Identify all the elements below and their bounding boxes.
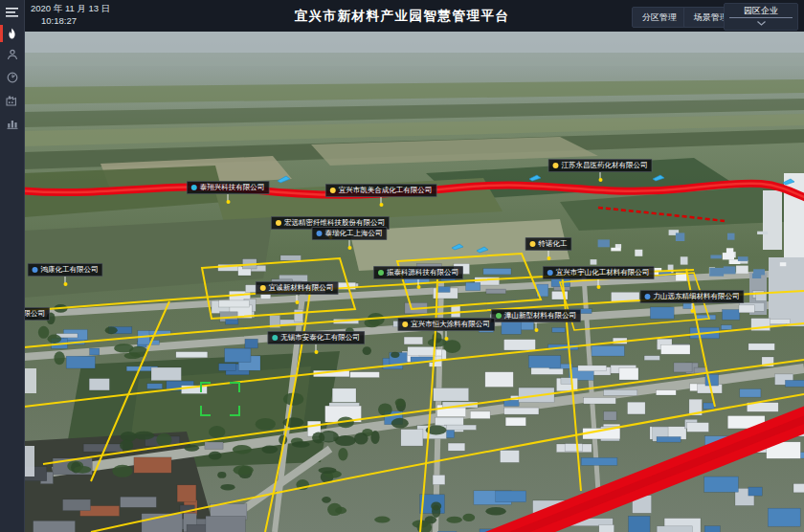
bar-chart-icon[interactable]: [0, 114, 24, 133]
current-date: 2020 年 11 月 13 日: [31, 3, 110, 14]
sidebar: [0, 0, 25, 532]
company-label[interactable]: 泰翔兴科技有限公司: [187, 181, 270, 194]
page-title: 宜兴市新材料产业园智慧管理平台: [295, 8, 510, 25]
company-marker-icon: [33, 267, 38, 273]
company-label-text: 江苏永昌医药化材有限公司: [562, 161, 648, 170]
flame-icon[interactable]: [0, 24, 24, 43]
company-label-text: 泰瑞化工上海公司: [325, 229, 383, 238]
company-label[interactable]: 振泰科源科技有限公司: [373, 266, 463, 279]
company-marker-icon: [547, 270, 553, 276]
company-label[interactable]: 潭山新型材料有限公司: [491, 309, 581, 322]
company-marker-icon: [402, 321, 408, 327]
gauge-icon-glyph: [7, 72, 18, 83]
company-label-text: 鸿康化工有限公司: [41, 265, 99, 275]
company-label[interactable]: 志成涂料科技有限公司: [24, 307, 50, 321]
current-time: 10:18:27: [31, 15, 110, 27]
company-marker-icon: [276, 220, 281, 226]
company-label-text: 振泰科源科技有限公司: [387, 268, 458, 277]
company-label-text: 泰翔兴科技有限公司: [200, 183, 265, 192]
gauge-icon[interactable]: [0, 68, 24, 87]
company-label[interactable]: 宜诚新材料有限公司: [256, 281, 339, 295]
factory-icon-glyph: [6, 95, 18, 106]
menu-icon[interactable]: [0, 3, 24, 22]
company-marker-icon: [553, 163, 559, 168]
company-label[interactable]: 宜兴市恒大涂料有限公司: [397, 318, 495, 331]
company-label-text: 无锡市安泰化工有限公司: [280, 333, 360, 343]
company-label[interactable]: 力山远东精细材料有限公司: [640, 290, 745, 303]
company-marker-icon: [272, 335, 278, 341]
company-label-text: 宜兴市宇山化工材料有限公司: [556, 268, 650, 277]
datetime-block: 2020 年 11 月 13 日 10:18:27: [31, 3, 110, 27]
top-bar: 2020 年 11 月 13 日 10:18:27 宜兴市新材料产业园智慧管理平…: [24, 0, 804, 32]
company-marker-icon: [645, 294, 651, 299]
factory-icon[interactable]: [0, 91, 24, 110]
company-label[interactable]: 宜兴市宇山化工材料有限公司: [543, 266, 655, 279]
company-marker-icon: [317, 231, 323, 236]
menu-icon-glyph: [6, 7, 19, 18]
company-marker-icon: [260, 285, 266, 291]
zone-management-button[interactable]: 分区管理: [632, 7, 687, 28]
company-label[interactable]: 江苏永昌医药化材有限公司: [548, 159, 653, 172]
person-icon[interactable]: [0, 45, 24, 64]
company-marker-icon: [378, 270, 384, 276]
company-label-text: 潭山新型材料有限公司: [504, 311, 576, 321]
company-label-text: 特诺化工: [539, 239, 568, 249]
company-label-text: 力山远东精细材料有限公司: [654, 292, 740, 301]
company-label[interactable]: 泰瑞化工上海公司: [312, 227, 388, 240]
park-enterprise-dropdown[interactable]: 园区企业: [724, 3, 798, 31]
company-label-text: 宜兴市恒大涂料有限公司: [411, 320, 490, 329]
company-marker-icon: [496, 313, 502, 319]
park-enterprise-dropdown-label: 园区企业: [729, 4, 793, 18]
company-marker-icon: [191, 185, 197, 190]
company-marker-icon: [330, 188, 336, 193]
map-3d-view[interactable]: 泰翔兴科技有限公司宜兴市凯美合成化工有限公司宏远精密纤维科技股份有限公司泰瑞化工…: [24, 32, 804, 532]
person-icon-glyph: [7, 49, 18, 60]
company-label-text: 宜诚新材料有限公司: [269, 283, 334, 293]
company-label[interactable]: 宜兴市凯美合成化工有限公司: [325, 184, 437, 197]
bar-chart-icon-glyph: [7, 118, 18, 129]
map-scenery: [24, 32, 804, 532]
company-label[interactable]: 无锡市安泰化工有限公司: [267, 331, 365, 344]
company-label[interactable]: 特诺化工: [525, 237, 572, 251]
company-marker-icon: [530, 241, 536, 247]
chevron-down-icon: [725, 18, 797, 29]
company-label-text: 宜兴市凯美合成化工有限公司: [339, 186, 433, 195]
app-window: 2020 年 11 月 13 日 10:18:27 宜兴市新材料产业园智慧管理平…: [0, 0, 804, 532]
company-label[interactable]: 鸿康化工有限公司: [28, 263, 103, 277]
company-label-text: 志成涂料科技有限公司: [24, 309, 45, 319]
flame-icon-glyph: [7, 28, 17, 40]
